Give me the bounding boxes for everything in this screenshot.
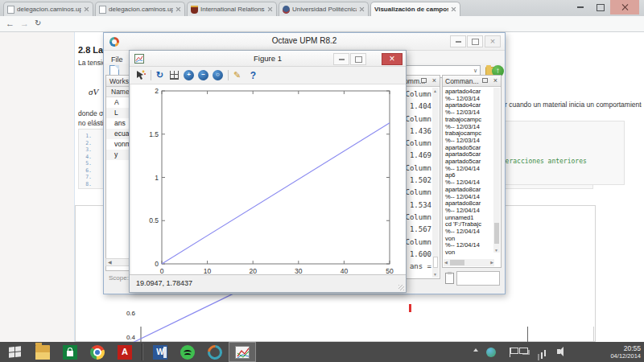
rotate-icon[interactable]: ↻ <box>154 69 166 81</box>
history-filter-input[interactable] <box>456 271 500 286</box>
help-icon[interactable]: ? <box>247 69 259 81</box>
y-tick-label: 1 <box>134 174 159 182</box>
tab-close-icon[interactable] <box>267 6 273 12</box>
tab-close-icon[interactable] <box>359 6 365 12</box>
close-panel-icon[interactable]: × <box>432 76 436 84</box>
plot-canvas[interactable]: 00.511.5201020304050 <box>131 84 406 274</box>
code-line-number: 8. <box>80 181 92 188</box>
history-item[interactable]: cd 'F:/Trabajc <box>444 221 495 228</box>
dual-monitor-icon[interactable] <box>519 348 528 354</box>
wiki-formula: σV <box>89 87 98 97</box>
history-item[interactable]: %-- 12/04/14 <box>444 194 495 201</box>
history-item[interactable]: %-- 12/03/14 <box>444 138 495 145</box>
figure-window: Figure 1 ↻ + − ○ ✎ ? 00.511.520102030405… <box>129 50 407 293</box>
clipboard-icon[interactable] <box>445 273 454 284</box>
history-item[interactable]: von <box>444 249 495 257</box>
code-line-number: 3. <box>80 146 92 154</box>
close-panel-icon[interactable]: × <box>493 76 497 84</box>
back-icon[interactable]: ← <box>6 19 14 28</box>
history-item[interactable]: trabajocampc <box>444 117 495 124</box>
history-item[interactable]: %-- 12/03/14 <box>444 109 495 117</box>
menu-file[interactable]: File <box>111 56 123 64</box>
taskbar: AW 20:55 04/12/2014 <box>0 342 644 362</box>
tab-close-icon[interactable] <box>84 6 89 12</box>
history-item[interactable]: apartado5car <box>444 158 495 166</box>
command-history-header[interactable]: Comman... × <box>443 76 501 87</box>
history-item[interactable]: %-- 12/04/14 <box>444 228 495 236</box>
adobe-icon: A <box>118 345 132 360</box>
octave-minimize-button[interactable] <box>450 35 466 47</box>
taskbar-clock[interactable]: 20:55 04/12/2014 <box>599 344 641 360</box>
taskbar-button-adobe[interactable]: A <box>111 342 138 362</box>
network-globe-icon[interactable] <box>486 348 496 357</box>
taskbar-button-explorer[interactable] <box>29 342 56 362</box>
undock-icon[interactable] <box>421 78 427 83</box>
history-item[interactable]: apartado5car <box>444 145 495 152</box>
code-line-number: 2. <box>80 140 92 147</box>
browser-tab-4[interactable]: Universidad Politécnica d <box>279 2 369 16</box>
history-vscrollbar[interactable]: ▼ <box>493 88 500 253</box>
octave-maximize-button[interactable] <box>467 35 483 47</box>
zoom-reset-icon[interactable]: ○ <box>212 69 224 81</box>
command-history-panel: Comman... × apartado4car%-- 12/03/14apar… <box>442 75 502 268</box>
taskbar-button-spotify[interactable] <box>174 342 201 362</box>
history-item[interactable]: apartado4car <box>444 88 495 96</box>
taskbar-divider <box>142 343 142 360</box>
taskbar-button-chrome[interactable] <box>84 342 111 362</box>
browser-tab-3[interactable]: International Relations. St <box>187 2 277 16</box>
octave-close-button[interactable] <box>485 35 501 47</box>
tab-label: Universidad Politécnica d <box>292 6 357 13</box>
figure-maximize-button[interactable] <box>350 53 366 65</box>
resize-grip[interactable] <box>398 285 404 290</box>
workspace-hscrollbar[interactable]: ◀ <box>105 258 130 266</box>
taskbar-button-figure-plot[interactable] <box>229 342 256 362</box>
hidden-icons-caret-icon[interactable] <box>473 348 478 352</box>
zoom-out-icon[interactable]: − <box>197 69 209 81</box>
command-window-scrollbar[interactable]: ▲▼ <box>432 88 439 278</box>
zoom-in-icon[interactable]: + <box>183 69 195 81</box>
browser-maximize-button[interactable] <box>590 0 610 14</box>
pointer-icon[interactable] <box>134 69 147 81</box>
tab-close-icon[interactable] <box>175 6 181 12</box>
figure-minimize-button[interactable] <box>333 53 349 65</box>
volume-icon[interactable] <box>557 349 560 354</box>
taskbar-button-store[interactable] <box>56 342 84 362</box>
browser-close-button[interactable] <box>610 0 639 14</box>
tab-close-icon[interactable] <box>451 6 456 12</box>
history-item[interactable]: apartado5car <box>444 151 495 158</box>
history-item[interactable]: apartado8car <box>444 187 495 194</box>
signal-bars-icon[interactable] <box>544 350 546 356</box>
action-center-flag-icon[interactable] <box>510 348 510 357</box>
history-item[interactable]: %-- 12/03/14 <box>444 124 495 131</box>
browser-tab-2[interactable]: delegacion.caminos.upm <box>95 2 185 16</box>
explorer-icon <box>35 345 50 360</box>
history-item[interactable]: ap6 <box>444 172 495 179</box>
history-item[interactable]: %-- 12/04/14 <box>444 242 495 249</box>
history-item[interactable]: apartado8car <box>444 200 495 208</box>
history-item[interactable]: %-- 12/04/14 <box>444 166 495 173</box>
octave-title-bar[interactable]: Octave UPM R8.2 <box>104 33 505 51</box>
undock-icon[interactable] <box>482 78 488 83</box>
code-line-number: 6. <box>80 167 92 175</box>
taskbar-button-start[interactable] <box>0 342 29 362</box>
history-item[interactable]: %-- 12/03/14 <box>444 96 495 103</box>
history-item[interactable]: unnamed1 <box>444 215 495 222</box>
history-item[interactable]: apartado4car <box>444 102 495 109</box>
taskbar-button-octave[interactable] <box>201 342 229 362</box>
history-hscrollbar[interactable]: ◀▶ <box>444 259 494 266</box>
forward-icon[interactable]: → <box>20 19 29 28</box>
browser-tab-1[interactable]: delegacion.caminos.upm <box>3 2 93 16</box>
figure-close-button[interactable] <box>382 53 402 65</box>
annotate-pencil-icon[interactable]: ✎ <box>231 69 243 81</box>
grid-icon[interactable] <box>168 69 180 81</box>
figure-title-bar[interactable]: Figure 1 <box>130 51 406 67</box>
taskbar-button-word[interactable]: W <box>147 342 174 362</box>
history-item[interactable]: %-- 12/04/14 <box>444 179 495 187</box>
clock-time: 20:55 <box>599 344 641 352</box>
history-item[interactable]: von <box>444 236 495 243</box>
browser-tab-5[interactable]: Visualización de campos e <box>370 2 460 16</box>
history-item[interactable]: trabajocampc <box>444 130 495 138</box>
history-item[interactable]: %-- 12/04/14 <box>444 208 495 215</box>
reload-icon[interactable]: ↻ <box>35 19 41 27</box>
browser-minimize-button[interactable] <box>570 0 590 14</box>
